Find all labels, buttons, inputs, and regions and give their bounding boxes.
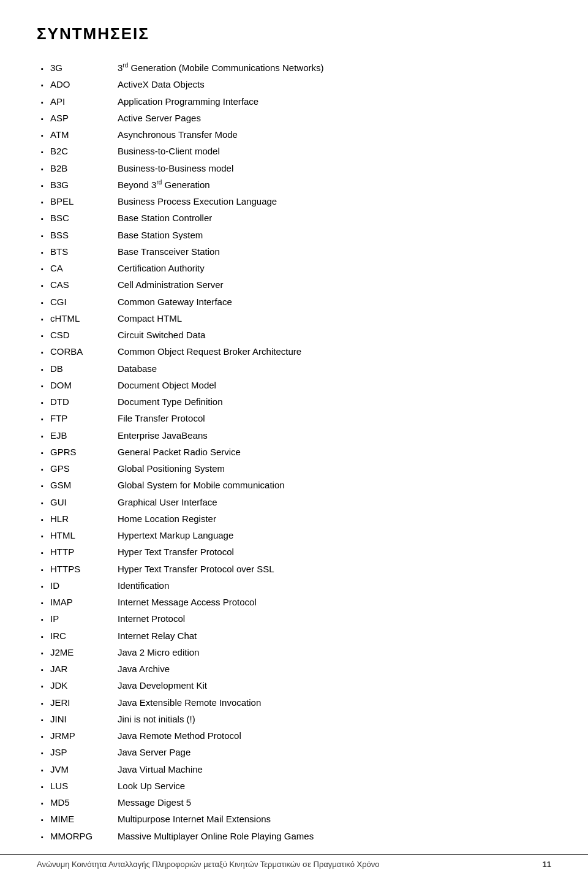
abbr-definition: Hyper Text Transfer Protocol over SSL <box>118 562 274 576</box>
abbr-definition: Look Up Service <box>118 779 185 793</box>
list-item: ▪LUSLook Up Service <box>37 779 551 793</box>
bullet-icon: ▪ <box>37 615 48 625</box>
bullet-icon: ▪ <box>37 97 48 108</box>
list-item: ▪HTMLHypertext Markup Language <box>37 528 551 542</box>
abbr-definition: Java Extensible Remote Invocation <box>118 695 261 710</box>
bullet-icon: ▪ <box>37 464 48 475</box>
list-item: ▪J2MEJava 2 Micro edition <box>37 645 551 659</box>
abbr-term: ID <box>50 578 118 593</box>
list-item: ▪ASPActive Server Pages <box>37 111 551 125</box>
bullet-icon: ▪ <box>37 347 48 358</box>
bullet-icon: ▪ <box>37 832 48 842</box>
list-item: ▪ADOActiveX Data Objects <box>37 77 551 91</box>
abbr-term: ADO <box>50 77 118 91</box>
bullet-icon: ▪ <box>37 298 48 308</box>
abbr-term: DOM <box>50 378 118 392</box>
bullet-icon: ▪ <box>37 64 48 74</box>
bullet-icon: ▪ <box>37 264 48 275</box>
abbr-term: JSP <box>50 745 118 759</box>
list-item: ▪BPELBusiness Process Execution Language <box>37 194 551 208</box>
abbr-term: ATM <box>50 127 118 142</box>
bullet-icon: ▪ <box>37 515 48 525</box>
abbr-definition: Certification Authority <box>118 261 205 275</box>
bullet-icon: ▪ <box>37 414 48 425</box>
bullet-icon: ▪ <box>37 699 48 709</box>
list-item: ▪IRCInternet Relay Chat <box>37 629 551 643</box>
list-item: ▪JRMPJava Remote Method Protocol <box>37 729 551 743</box>
list-item: ▪HLRHome Location Register <box>37 512 551 526</box>
abbr-definition: Java Development Kit <box>118 678 207 692</box>
footer-page-number: 11 <box>543 860 551 869</box>
bullet-icon: ▪ <box>37 281 48 291</box>
abbr-term: MIME <box>50 812 118 826</box>
abbr-definition: 3rd Generation (Mobile Communications Ne… <box>118 61 324 75</box>
list-item: ▪HTTPSHyper Text Transfer Protocol over … <box>37 562 551 576</box>
list-item: ▪JSP Java Server Page <box>37 745 551 759</box>
abbr-definition: Common Gateway Interface <box>118 295 232 309</box>
abbr-term: GSM <box>50 478 118 492</box>
abbr-definition: Business-to-Business model <box>118 161 233 175</box>
bullet-icon: ▪ <box>37 214 48 224</box>
list-item: ▪FTPFile Transfer Protocol <box>37 411 551 425</box>
abbr-term: HTTPS <box>50 562 118 576</box>
list-item: ▪ATMAsynchronous Transfer Mode <box>37 127 551 142</box>
list-item: ▪IMAPInternet Message Access Protocol <box>37 595 551 609</box>
abbr-definition: Database <box>118 362 157 376</box>
bullet-icon: ▪ <box>37 665 48 675</box>
bullet-icon: ▪ <box>37 114 48 124</box>
bullet-icon: ▪ <box>37 581 48 592</box>
list-item: ▪CASCell Administration Server <box>37 278 551 292</box>
abbr-definition: Jini is not initials (!) <box>118 712 195 726</box>
list-item: ▪GUIGraphical User Interface <box>37 495 551 509</box>
abbr-term: DTD <box>50 395 118 409</box>
abbr-definition: Home Location Register <box>118 512 216 526</box>
abbr-definition: Java 2 Micro edition <box>118 645 199 659</box>
list-item: ▪APIApplication Programming Interface <box>37 94 551 108</box>
abbr-definition: Java Remote Method Protocol <box>118 729 241 743</box>
abbr-term: cHTML <box>50 311 118 325</box>
abbr-definition: Circuit Switched Data <box>118 328 205 342</box>
abbr-definition: Graphical User Interface <box>118 495 217 509</box>
abbr-term: LUS <box>50 779 118 793</box>
abbr-term: FTP <box>50 411 118 425</box>
list-item: ▪IDIdentification <box>37 578 551 593</box>
abbreviation-list: ▪3G3rd Generation (Mobile Communications… <box>37 61 551 843</box>
abbr-definition: Multipurpose Internet Mail Extensions <box>118 812 271 826</box>
list-item: ▪EJBEnterprise JavaBeans <box>37 428 551 442</box>
abbr-term: 3G <box>50 61 118 75</box>
list-item: ▪JDKJava Development Kit <box>37 678 551 692</box>
abbr-term: JERI <box>50 695 118 710</box>
abbr-term: EJB <box>50 428 118 442</box>
list-item: ▪MD5Message Digest 5 <box>37 795 551 809</box>
list-item: ▪MIMEMultipurpose Internet Mail Extensio… <box>37 812 551 826</box>
abbr-term: CORBA <box>50 344 118 358</box>
abbr-definition: Asynchronous Transfer Mode <box>118 127 238 142</box>
abbr-term: JVM <box>50 762 118 776</box>
abbr-term: IRC <box>50 629 118 643</box>
bullet-icon: ▪ <box>37 381 48 392</box>
abbr-term: BSS <box>50 228 118 242</box>
abbr-definition: Cell Administration Server <box>118 278 224 292</box>
abbr-term: HTTP <box>50 545 118 559</box>
bullet-icon: ▪ <box>37 648 48 659</box>
abbr-term: IMAP <box>50 595 118 609</box>
abbr-definition: Business Process Execution Language <box>118 194 277 208</box>
abbr-definition: Global Positioning System <box>118 461 225 475</box>
abbr-definition: General Packet Radio Service <box>118 445 241 459</box>
abbr-definition: Massive Multiplayer Online Role Playing … <box>118 829 314 843</box>
list-item: ▪JARJava Archive <box>37 662 551 676</box>
bullet-icon: ▪ <box>37 398 48 408</box>
abbr-term: HLR <box>50 512 118 526</box>
bullet-icon: ▪ <box>37 565 48 575</box>
bullet-icon: ▪ <box>37 448 48 458</box>
list-item: ▪GSMGlobal System for Mobile communicati… <box>37 478 551 492</box>
abbr-term: CAS <box>50 278 118 292</box>
abbr-definition: Hypertext Markup Language <box>118 528 233 542</box>
list-item: ▪BSSBase Station System <box>37 228 551 242</box>
list-item: ▪cHTMLCompact HTML <box>37 311 551 325</box>
bullet-icon: ▪ <box>37 248 48 258</box>
abbr-definition: Java Server Page <box>118 745 190 759</box>
list-item: ▪HTTPHyper Text Transfer Protocol <box>37 545 551 559</box>
abbr-definition: Application Programming Interface <box>118 94 258 108</box>
bullet-icon: ▪ <box>37 798 48 809</box>
